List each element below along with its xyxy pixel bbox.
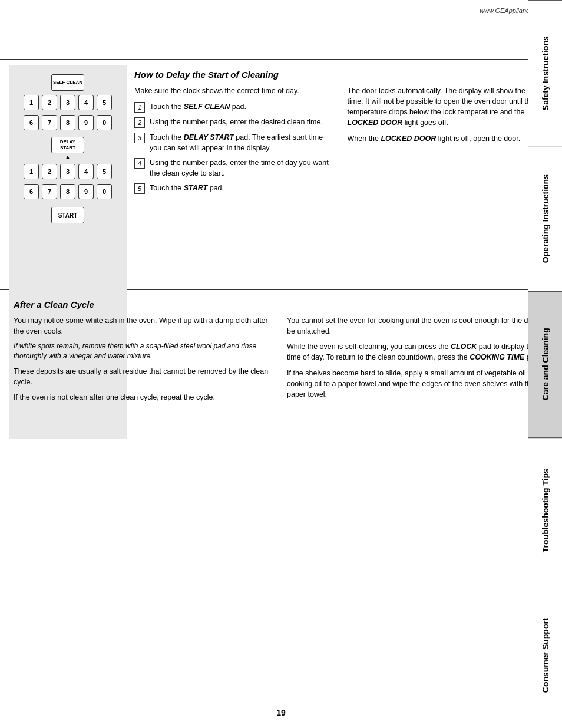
key-5b: 5	[97, 164, 112, 179]
bottom-cols: You may notice some white ash in the ove…	[14, 315, 548, 407]
step-num-3: 3	[134, 133, 145, 143]
key-3b: 3	[60, 164, 75, 179]
step-num-5: 5	[134, 183, 145, 194]
start-key: START	[51, 207, 84, 223]
key-7b: 7	[42, 184, 57, 199]
key-2b: 2	[42, 164, 57, 179]
bottom-right-col: You cannot set the oven for cooking unti…	[287, 315, 548, 407]
key-0b: 0	[97, 184, 112, 199]
top-right-col: The door locks automatically. The displa…	[348, 85, 549, 199]
key-1b: 1	[24, 164, 39, 179]
key-1a: 1	[24, 95, 39, 110]
key-9a: 9	[78, 115, 94, 130]
step-text-2: Using the number pads, enter the desired…	[150, 117, 323, 128]
keypad-row4: 6 7 8 9 0	[23, 183, 113, 200]
key-0a: 0	[97, 115, 112, 130]
bottom-left-para3: These deposits are usually a salt residu…	[14, 366, 275, 387]
key-8b: 8	[60, 184, 75, 199]
step-num-4: 4	[134, 158, 145, 169]
step-text-1: Touch the SELF CLEAN pad.	[150, 102, 246, 113]
keypad-row3: 1 2 3 4 5	[23, 163, 113, 180]
step-text-5: Touch the START pad.	[150, 183, 224, 194]
top-right-para1: The door locks automatically. The displa…	[348, 85, 549, 129]
key-7a: 7	[42, 115, 57, 130]
tab-troubleshooting-tips[interactable]: Troubleshooting Tips	[528, 437, 562, 583]
delay-start-key: DELAYSTART	[51, 137, 84, 153]
key-5a: 5	[97, 95, 112, 110]
key-6b: 6	[24, 184, 39, 199]
divider-top	[0, 59, 562, 60]
top-left-col: Make sure the clock shows the correct ti…	[134, 85, 336, 199]
top-right-para2: When the LOCKED DOOR light is off, open …	[348, 133, 549, 144]
bottom-right-para3: If the shelves become hard to slide, app…	[287, 368, 548, 400]
bottom-right-para2: While the oven is self-cleaning, you can…	[287, 341, 548, 363]
bottom-left-para1: You may notice some white ash in the ove…	[14, 315, 275, 337]
bottom-left-para4: If the oven is not clean after one clean…	[14, 392, 275, 403]
step-num-2: 2	[134, 117, 145, 128]
step-5: 5 Touch the START pad.	[134, 183, 336, 194]
bottom-left-col: You may notice some white ash in the ove…	[14, 315, 275, 407]
page-number: 19	[276, 708, 286, 717]
self-clean-key: SELF CLEAN	[51, 74, 84, 91]
key-2a: 2	[42, 95, 57, 110]
sidebar: Safety Instructions Operating Instructio…	[528, 0, 562, 728]
step-1: 1 Touch the SELF CLEAN pad.	[134, 102, 336, 113]
top-intro: Make sure the clock shows the correct ti…	[134, 85, 336, 96]
tab-care-and-cleaning[interactable]: Care and Cleaning	[528, 291, 562, 437]
tab-safety-instructions[interactable]: Safety Instructions	[528, 0, 562, 146]
bottom-left-para2: If white spots remain, remove them with …	[14, 341, 275, 361]
step-2: 2 Using the number pads, enter the desir…	[134, 117, 336, 128]
step-text-3: Touch the DELAY START pad. The earliest …	[150, 133, 336, 153]
key-4a: 4	[78, 95, 94, 110]
keypad-row2: 6 7 8 9 0	[23, 114, 113, 131]
key-8a: 8	[60, 115, 75, 130]
tab-consumer-support[interactable]: Consumer Support	[528, 583, 562, 728]
step-text-4: Using the number pads, enter the time of…	[150, 158, 336, 179]
steps-list: 1 Touch the SELF CLEAN pad. 2 Using the …	[134, 102, 336, 194]
section-bottom-title: After a Clean Cycle	[14, 299, 548, 309]
bottom-right-para1: You cannot set the oven for cooking unti…	[287, 315, 548, 337]
section-bottom: After a Clean Cycle You may notice some …	[9, 294, 553, 707]
tab-operating-instructions[interactable]: Operating Instructions	[528, 146, 562, 291]
step-num-1: 1	[134, 102, 145, 113]
key-4b: 4	[78, 164, 94, 179]
keypad-row1: 1 2 3 4 5	[23, 94, 113, 111]
step-4: 4 Using the number pads, enter the time …	[134, 158, 336, 179]
key-9b: 9	[78, 184, 94, 199]
step-3: 3 Touch the DELAY START pad. The earlies…	[134, 133, 336, 153]
key-3a: 3	[60, 95, 75, 110]
key-6a: 6	[24, 115, 39, 130]
section-top-title: How to Delay the Start of Cleaning	[134, 70, 548, 80]
